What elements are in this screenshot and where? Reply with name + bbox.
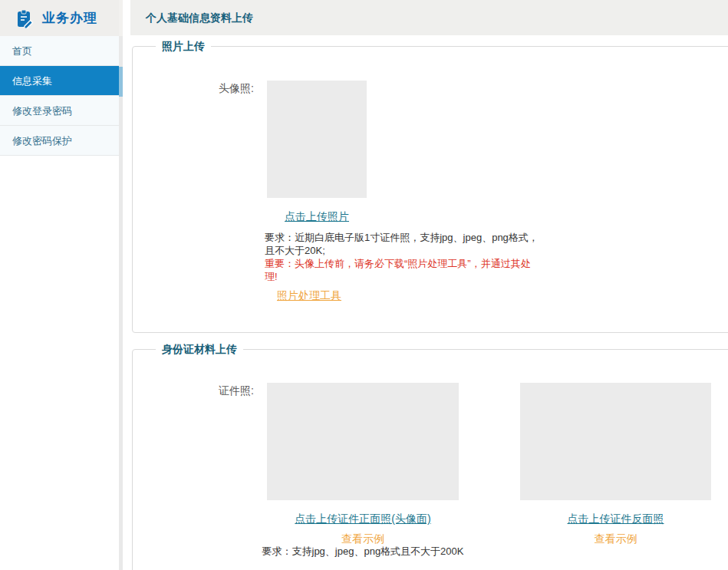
sidebar-header: 业务办理 [0,0,123,36]
avatar-photo-placeholder[interactable] [267,81,367,198]
sidebar-nav: 首页 信息采集 修改登录密码 修改密码保护 [0,36,123,156]
id-upload-section: 身份证材料上传 证件照: 点击上传证件正面照(头像面) 点击上传证件反面照 查看… [132,349,728,570]
photo-requirements: 要求：近期白底电子版1寸证件照，支持jpg、jpeg、png格式， 且不大于20… [265,231,541,283]
photo-tool-link[interactable]: 照片处理工具 [277,289,341,301]
photo-section-legend: 照片上传 [156,40,211,54]
page: 业务办理 首页 信息采集 修改登录密码 修改密码保护 个人基础信息资料上传 照片… [0,0,728,570]
id-section-legend: 身份证材料上传 [156,343,243,357]
sidebar-item-change-login-password[interactable]: 修改登录密码 [0,96,123,126]
upload-photo-link[interactable]: 点击上传照片 [285,210,349,222]
photo-important-line: 重要：头像上传前，请务必下载“照片处理工具”，并通过其处 [265,257,541,270]
sidebar-item-change-password-protection[interactable]: 修改密码保护 [0,126,123,156]
sidebar-divider-strip [119,0,123,570]
photo-requirement-line: 要求：近期白底电子版1寸证件照，支持jpg、jpeg、png格式， [265,231,541,244]
id-requirements: 要求：支持jpg、jpeg、png格式且不大于200K [232,545,493,558]
clipboard-pencil-icon [15,8,35,28]
photo-important-line: 理! [265,270,541,283]
view-example-front-link[interactable]: 查看示例 [341,532,384,545]
photo-tool-row: 照片处理工具 [277,288,341,303]
id-back-link-row: 点击上传证件反面照 [520,512,711,526]
sidebar-divider-header-segment [119,0,123,36]
id-back-example-row: 查看示例 [520,532,711,546]
id-front-placeholder[interactable] [267,383,459,500]
avatar-photo-label: 头像照: [219,82,254,96]
upload-photo-row: 点击上传照片 [267,209,367,224]
upload-id-front-link[interactable]: 点击上传证件正面照(头像面) [295,512,430,525]
sidebar-title: 业务办理 [42,9,97,27]
photo-upload-section: 照片上传 头像照: 点击上传照片 要求：近期白底电子版1寸证件照，支持jpg、j… [132,46,728,333]
id-front-link-row: 点击上传证件正面照(头像面) [267,512,459,526]
page-header: 个人基础信息资料上传 [130,0,728,35]
sidebar-item-home[interactable]: 首页 [0,36,123,66]
sidebar: 业务办理 首页 信息采集 修改登录密码 修改密码保护 [0,0,123,570]
page-title: 个人基础信息资料上传 [146,12,253,24]
view-example-back-link[interactable]: 查看示例 [595,532,637,545]
sidebar-item-info-collection[interactable]: 信息采集 [0,66,123,96]
upload-id-back-link[interactable]: 点击上传证件反面照 [568,512,664,525]
photo-requirement-line: 且不大于20K; [265,244,541,257]
sidebar-divider-active-segment [119,67,123,97]
id-photo-label: 证件照: [219,384,254,398]
id-back-placeholder[interactable] [520,383,711,500]
